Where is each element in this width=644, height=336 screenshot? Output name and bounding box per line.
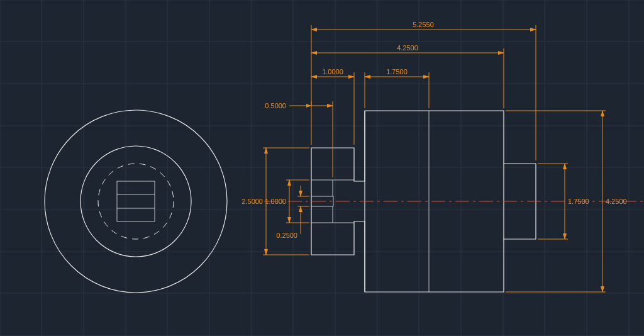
dim-label: 0.2500 [276,232,297,239]
dim-label: 4.2500 [606,198,627,205]
svg-point-26 [80,146,191,257]
svg-point-27 [98,164,174,239]
dim-label: 1.0000 [322,68,343,76]
dim-label: 1.7500 [568,198,589,205]
front-view [45,110,227,293]
dim-label: 5.2550 [413,21,434,28]
svg-rect-28 [117,181,155,221]
dim-label: 1.0000 [265,198,286,205]
dim-label: 4.2500 [397,44,418,52]
dimensions: 5.2550 4.2500 1.7500 1.0000 0.5000 2.500… [242,21,626,292]
dim-label: 0.5000 [265,102,286,109]
grid [0,0,644,336]
dim-label: 1.7500 [386,68,408,76]
svg-marker-51 [306,104,311,108]
svg-point-25 [45,110,227,293]
cad-drawing-canvas[interactable]: 5.2550 4.2500 1.7500 1.0000 0.5000 2.500… [0,0,644,336]
dim-label: 2.5000 [242,198,263,205]
